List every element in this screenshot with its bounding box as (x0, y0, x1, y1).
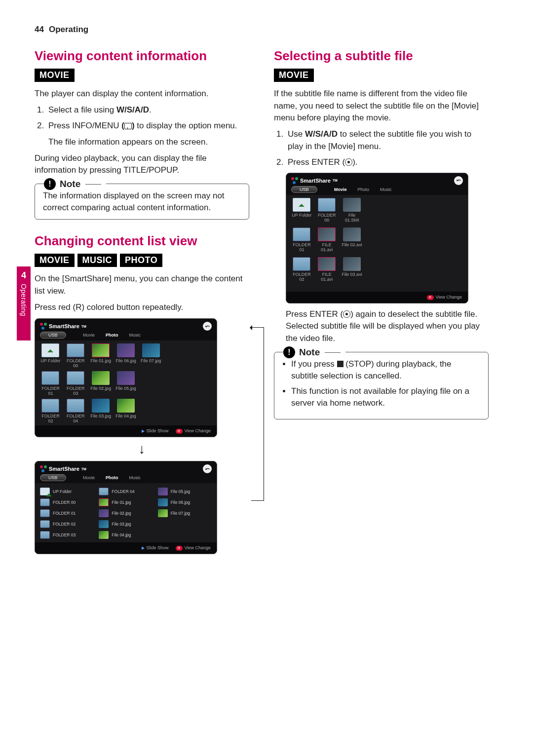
tab-music: Music (129, 333, 141, 338)
note2-item2: This function is not available for playi… (291, 385, 480, 409)
enter-icon (345, 158, 352, 166)
side-tab-number: 4 (21, 270, 26, 281)
step-2: Press INFO/MENU () to display the option… (46, 120, 249, 148)
tag-movie: MOVIE (35, 254, 75, 267)
tag-row: MOVIE (274, 69, 489, 82)
footer-viewchange: RView Change (176, 428, 211, 434)
note-box-1: ! Note The information displayed on the … (35, 184, 249, 220)
note-bang-icon: ! (44, 178, 56, 190)
nav-symbols: W/S/A/D (116, 105, 149, 114)
usb-pill: USB (40, 332, 66, 339)
step-1: Select a file using W/S/A/D. (46, 104, 249, 116)
back-icon: ⤺ (203, 464, 212, 473)
intro-text: The player can display the content infor… (35, 88, 249, 100)
footer-viewchange: RView Change (427, 295, 462, 300)
note-bang-icon: ! (283, 346, 295, 358)
side-tab: 4 Operating (17, 266, 31, 340)
heading-view-content: Viewing content information (35, 48, 249, 64)
usb-pill: USB (291, 186, 317, 193)
change-view-p2: Press red (R) colored button repeatedly. (35, 302, 249, 314)
after-text: Press ENTER () again to deselect the sub… (286, 308, 489, 345)
step-2-sub: The file information appears on the scre… (48, 136, 249, 149)
arrow-down-icon: ↓ (35, 437, 249, 461)
note-label: Note (60, 178, 80, 191)
tab-movie: Movie (83, 475, 95, 480)
during-playback-text: During video playback, you can display t… (35, 152, 249, 177)
nav-symbols: W/S/A/D (305, 129, 338, 139)
smartshare-logo: SmartShareTM (40, 465, 86, 472)
change-view-p1: On the [SmartShare] menu, you can change… (35, 273, 249, 297)
footer-viewchange: RView Change (176, 545, 211, 551)
page-number: 44 (35, 25, 44, 35)
sub-step-2: Press ENTER (). (286, 156, 489, 169)
tag-music: MUSIC (77, 254, 117, 267)
stop-icon (337, 361, 343, 367)
tag-movie: MOVIE (274, 69, 314, 82)
subtitle-intro: If the subtitle file name is different f… (274, 88, 489, 124)
note2-item1: If you press (STOP) during playback, the… (291, 358, 480, 382)
page-header: 44 Operating (35, 25, 489, 35)
screenshot-grid-view: SmartShareTM ⤺ USB Movie Photo Music UP … (35, 318, 217, 437)
note-text: The information displayed on the screen … (43, 190, 241, 214)
smartshare-logo: SmartShareTM (40, 323, 86, 330)
side-tab-label: Operating (20, 284, 28, 316)
tab-photo: Photo (358, 187, 370, 192)
tab-music: Music (380, 187, 392, 192)
tab-movie-active: Movie (334, 187, 347, 192)
tab-music: Music (129, 475, 141, 480)
screenshot-list-view: SmartShareTM ⤺ USB Movie Photo Music UP … (35, 461, 217, 554)
page-section: Operating (49, 25, 88, 35)
heading-subtitle: Selecting a subtitle file (274, 48, 489, 64)
tag-photo: PHOTO (120, 254, 162, 267)
usb-pill: USB (40, 474, 66, 481)
back-icon: ⤺ (203, 322, 212, 331)
tab-movie: Movie (83, 333, 95, 338)
note-label: Note (299, 346, 320, 359)
tag-movie: MOVIE (35, 69, 75, 82)
footer-slideshow: Slide Show (142, 428, 169, 434)
back-icon: ⤺ (454, 176, 463, 185)
tab-photo-active: Photo (106, 333, 118, 338)
enter-icon (343, 310, 350, 318)
left-column: Viewing content information MOVIE The pl… (35, 48, 249, 554)
screenshot-movie-menu: SmartShareTM ⤺ USB Movie Photo Music UP … (286, 173, 468, 303)
footer-slideshow: Slide Show (142, 545, 169, 551)
note-box-2: ! Note If you press (STOP) during playba… (274, 352, 489, 419)
page: 44 Operating Viewing content information… (0, 0, 533, 579)
tag-row: MOVIE (35, 69, 249, 82)
tag-row: MOVIE MUSIC PHOTO (35, 254, 249, 267)
smartshare-logo: SmartShareTM (291, 177, 338, 184)
tab-photo-active: Photo (106, 475, 118, 480)
right-column: Selecting a subtitle file MOVIE If the s… (274, 48, 489, 554)
sub-step-1: Use W/S/A/D to select the subtitle file … (286, 128, 489, 152)
heading-change-view: Changing content list view (35, 233, 249, 249)
flow-loop-line (251, 327, 264, 501)
infomenu-icon (124, 123, 132, 129)
screenshot-flow: SmartShareTM ⤺ USB Movie Photo Music UP … (35, 318, 249, 554)
